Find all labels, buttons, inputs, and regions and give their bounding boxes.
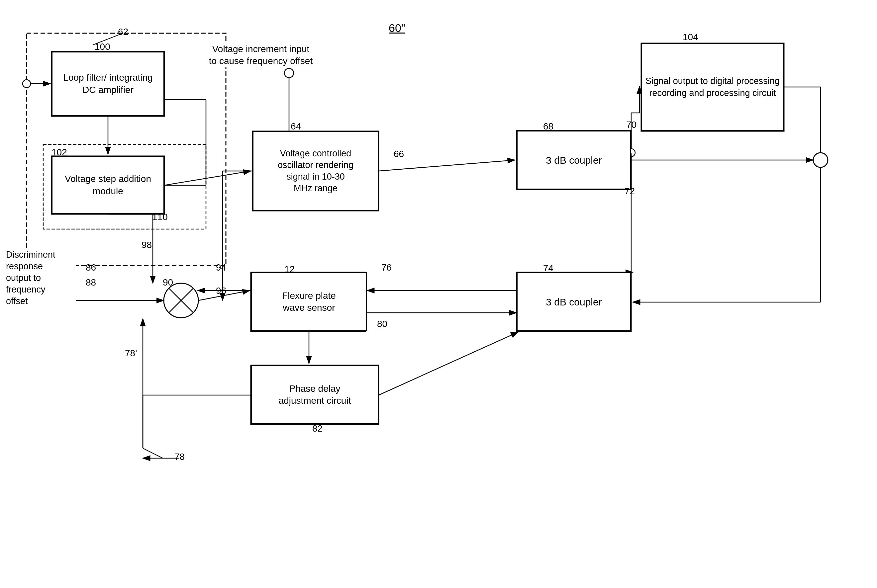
voltage-step-block: Voltage step addition module <box>51 156 164 214</box>
ref-72: 72 <box>625 186 635 196</box>
ref-80: 80 <box>377 319 387 329</box>
ref-74: 74 <box>543 263 553 274</box>
svg-point-24 <box>813 153 828 167</box>
loop-filter-block: Loop filter/ integrating DC amplifier <box>51 51 164 116</box>
ref-62: 62 <box>118 27 128 37</box>
flexure-plate-block: Flexure platewave sensor <box>251 272 367 332</box>
diagram-container: Loop filter/ integrating DC amplifier Vo… <box>0 0 877 588</box>
coupler-top-block: 3 dB coupler <box>517 130 631 190</box>
ref-94: 94 <box>216 262 226 273</box>
ref-76: 76 <box>381 262 392 273</box>
svg-line-39 <box>169 288 193 313</box>
coupler-bot-block: 3 dB coupler <box>517 272 631 332</box>
ref-98: 98 <box>141 240 152 250</box>
discriminent-label: Discriminentresponseoutput tofrequencyof… <box>6 249 76 307</box>
svg-line-35 <box>143 448 163 458</box>
ref-88: 88 <box>86 277 96 288</box>
vco-block: Voltage controlledoscillator renderingsi… <box>252 131 379 211</box>
ref-70: 70 <box>626 120 637 130</box>
svg-line-14 <box>164 171 251 185</box>
svg-point-49 <box>284 68 294 78</box>
ref-86: 86 <box>86 262 96 273</box>
ref-82: 82 <box>312 423 323 434</box>
ref-78p: 78' <box>125 348 137 358</box>
ref-100: 100 <box>95 42 110 52</box>
ref-66: 66 <box>393 149 404 159</box>
ref-12: 12 <box>284 264 295 274</box>
ref-102: 102 <box>51 147 67 158</box>
ref-64: 64 <box>291 121 301 132</box>
phase-delay-block: Phase delayadjustment circuit <box>251 365 379 424</box>
svg-line-56 <box>379 332 518 395</box>
ref-104: 104 <box>683 32 698 42</box>
svg-point-37 <box>164 283 198 318</box>
signal-output-block: Signal output to digital processing reco… <box>641 43 784 131</box>
ref-110: 110 <box>152 212 168 222</box>
svg-point-48 <box>23 80 30 88</box>
ref-96: 96 <box>216 285 226 296</box>
voltage-increment-label: Voltage increment inputto cause frequenc… <box>206 43 315 68</box>
svg-line-15 <box>379 160 515 171</box>
ref-90: 90 <box>163 277 173 288</box>
ref-78: 78 <box>174 452 185 462</box>
svg-line-38 <box>169 288 193 313</box>
ref-68: 68 <box>543 121 553 132</box>
ref-60: 60" <box>389 22 405 34</box>
